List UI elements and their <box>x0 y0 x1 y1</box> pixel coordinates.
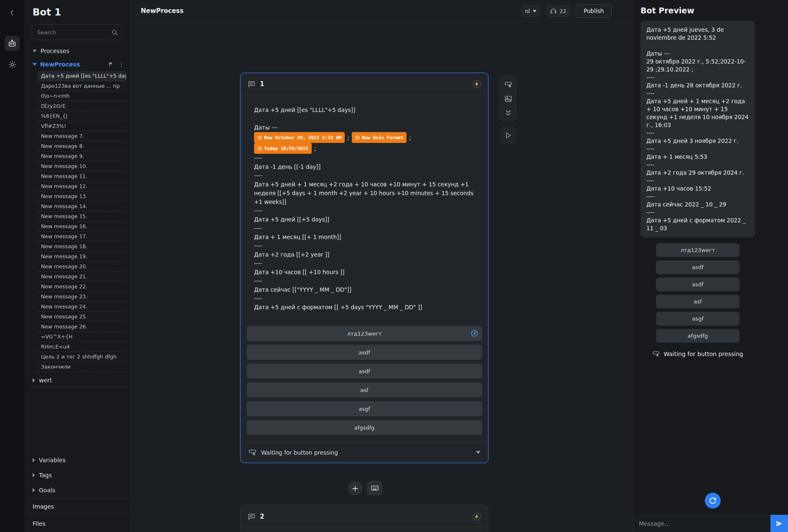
message-list-item[interactable]: New message 16. <box>38 221 126 232</box>
bot-preview-panel: Bot Preview Дата +5 дней jueves, 3 de no… <box>633 0 788 532</box>
preview-reply-button[interactable]: лтд123wегт <box>656 243 740 257</box>
message-text-line: ---- <box>254 224 475 233</box>
preview-reply-button[interactable]: asdf <box>656 277 740 291</box>
audience-count: 22 <box>559 8 567 14</box>
lightning-icon[interactable] <box>472 79 481 89</box>
message-list-item[interactable]: New message 26. <box>38 322 126 332</box>
process-item-newprocess[interactable]: NewProcess ⋮ <box>24 59 130 70</box>
process-item-wert[interactable]: wert <box>28 374 126 387</box>
node-button[interactable]: asdf <box>247 364 482 379</box>
node-button-label: asgf <box>358 406 370 412</box>
preview-reply-button[interactable]: asf <box>656 295 740 308</box>
message-list-item[interactable]: =VG^X+{H <box>38 332 126 342</box>
section-processes[interactable]: Processes <box>24 43 130 59</box>
back-button[interactable] <box>5 5 20 20</box>
language-select[interactable]: nl <box>521 5 541 17</box>
bubble-text-line: ---- <box>646 161 749 169</box>
message-list-item[interactable]: New message 13. <box>38 191 126 201</box>
message-list-item[interactable]: New message 21. <box>38 272 126 282</box>
node-header[interactable]: 1 <box>241 73 488 95</box>
section-variables[interactable]: Variables <box>24 453 130 468</box>
message-list-item[interactable]: 0\o~n<mh <box>38 91 126 101</box>
add-image-block-button[interactable] <box>502 92 514 105</box>
message-list-item[interactable]: New message 19. <box>38 252 126 262</box>
preview-reply-button[interactable]: afgsdfg <box>656 329 740 343</box>
send-message-button[interactable] <box>770 515 788 532</box>
message-list-item[interactable]: New message 24. <box>38 302 126 312</box>
search-input[interactable] <box>37 29 111 36</box>
message-list-item[interactable]: D[zy2GrE <box>38 101 126 111</box>
message-list-item[interactable]: New message 7. <box>38 131 126 141</box>
keyboard-node-button[interactable] <box>367 481 382 495</box>
node-wait-setting[interactable]: Waiting for button pressing <box>241 442 488 463</box>
preview-reply-button[interactable]: asdf <box>656 260 740 274</box>
message-list-item[interactable]: New message 15. <box>38 211 126 221</box>
message-text-line: Дата +2 года [[+2 year ]] <box>254 250 475 259</box>
message-list-item[interactable]: New message 17. <box>38 232 126 242</box>
clock-icon <box>257 135 262 140</box>
bubble-text-line: Дата +5 дней 3 ноября 2022 г. <box>646 137 749 145</box>
message-list-item[interactable]: RHm;E<u4 <box>38 342 126 352</box>
message-list-item[interactable]: New message 18. <box>38 242 126 252</box>
run-node-button[interactable] <box>500 127 516 143</box>
refresh-icon <box>709 496 717 505</box>
message-list-item[interactable]: New message 9. <box>38 151 126 161</box>
play-icon <box>504 132 512 139</box>
message-list-item[interactable]: New message 25. <box>38 312 126 322</box>
node-button[interactable]: afgsdfg <box>247 420 482 435</box>
search-box[interactable] <box>32 24 123 40</box>
restart-preview-button[interactable] <box>705 493 721 509</box>
message-text-line: Дата +5 дней с форматом [[ +5 days "YYYY… <box>254 303 475 312</box>
message-list-item[interactable]: Дата +5 дней [[es "LLLL"+5 days]] <box>38 71 126 81</box>
node-button[interactable]: asgf <box>247 401 482 416</box>
button-press-icon <box>248 448 257 457</box>
publish-button[interactable]: Publish <box>576 4 612 18</box>
message-text-line: Дата +5 дней [[es "LLLL"+5 days]] <box>254 106 475 115</box>
message-text-line: ---- <box>254 259 475 268</box>
bubble-text-line: ---- <box>646 89 749 97</box>
section-images[interactable]: Images <box>24 498 130 515</box>
message-list-item[interactable]: New message 22. <box>38 282 126 292</box>
collapse-node-button[interactable] <box>502 107 514 119</box>
message-list-item[interactable]: Закончили <box>38 362 126 372</box>
message-list-item[interactable]: New message 10. <box>38 161 126 171</box>
message-list-item[interactable]: Vfl#Z3%! <box>38 121 126 131</box>
node-button[interactable]: лтд123wегт <box>247 326 482 341</box>
bubble-text-line: Даты --- <box>646 50 749 58</box>
node-header[interactable]: 2 <box>241 506 488 527</box>
message-list-item[interactable]: New message 11. <box>38 171 126 181</box>
audience-badge[interactable]: 22 <box>546 5 571 17</box>
node-button[interactable]: asdf <box>247 345 482 360</box>
message-list-item[interactable]: New message 14. <box>38 201 126 211</box>
bots-nav-button[interactable] <box>5 36 20 51</box>
message-list-item[interactable]: %6{EN_{| <box>38 111 126 121</box>
settings-nav-button[interactable] <box>5 57 20 72</box>
node-button[interactable]: asf <box>247 382 482 397</box>
section-tags[interactable]: Tags <box>24 468 130 483</box>
flow-node-2[interactable]: 2 <box>240 505 488 532</box>
message-list-item[interactable]: New message 8. <box>38 141 126 151</box>
flow-node-1[interactable]: 1 Дата +5 дней [[es "LLLL"+5 days]] Даты… <box>240 73 488 463</box>
node-wait-label: Waiting for button pressing <box>261 449 338 456</box>
flag-icon[interactable] <box>108 61 114 68</box>
section-files[interactable]: Files <box>24 515 130 532</box>
chevron-down-icon[interactable] <box>476 451 480 454</box>
preview-message-input[interactable] <box>633 520 770 527</box>
add-button-block-button[interactable] <box>502 78 514 91</box>
section-goals[interactable]: Goals <box>24 483 130 498</box>
message-list-item[interactable]: Даро123ва вот данные ... пр <box>38 81 126 91</box>
kebab-menu-icon[interactable]: ⋮ <box>118 61 125 68</box>
bubble-text-line: Дата +10 часов 15:52 <box>646 185 749 193</box>
message-list-item[interactable]: New message 23. <box>38 292 126 302</box>
message-list-item[interactable]: New message 20. <box>38 262 126 272</box>
message-text-line: ---- <box>254 154 475 163</box>
add-node-button[interactable]: + <box>348 481 362 495</box>
flow-board[interactable]: 1 Дата +5 дней [[es "LLLL"+5 days]] Даты… <box>131 22 633 532</box>
keyboard-icon <box>371 484 379 492</box>
message-list-item[interactable]: New message 12. <box>38 181 126 191</box>
lightning-icon[interactable] <box>472 512 481 521</box>
preview-reply-button[interactable]: asgf <box>656 312 740 326</box>
goto-target-icon[interactable] <box>470 329 478 337</box>
node-message-body[interactable]: Дата +5 дней [[es "LLLL"+5 days]] Даты -… <box>241 95 488 314</box>
message-list-item[interactable]: Цель 2 и тег 2 shhdfgh dfgh <box>38 352 126 362</box>
